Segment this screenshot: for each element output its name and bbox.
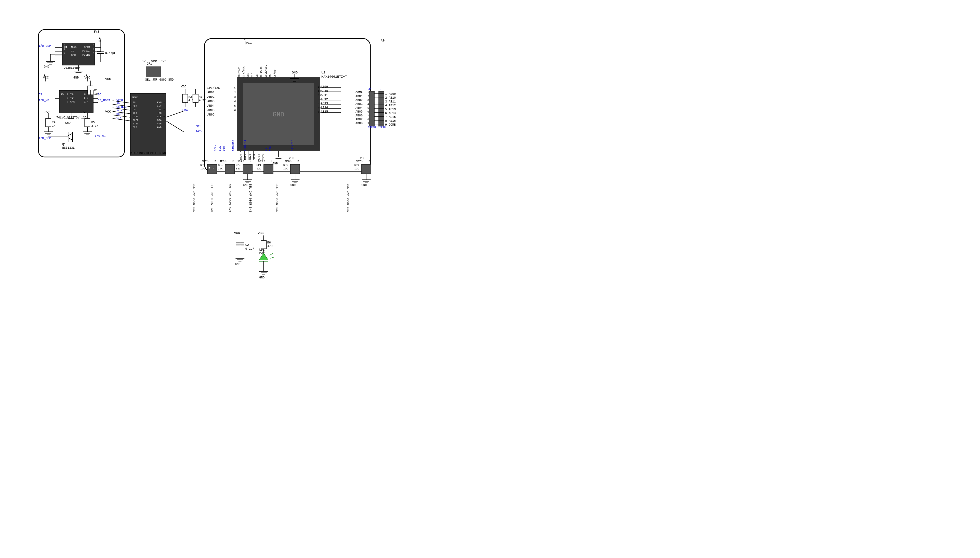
svg-text:I2C: I2C bbox=[354, 167, 359, 170]
svg-text:R2: R2 bbox=[189, 95, 192, 98]
svg-text:▲: ▲ bbox=[244, 38, 246, 41]
svg-text:GND: GND bbox=[272, 111, 284, 118]
svg-text:6: 6 bbox=[367, 110, 369, 113]
svg-text:9: 9 bbox=[367, 122, 369, 125]
svg-text:1: 1 bbox=[264, 159, 265, 162]
svg-text:Z: Z bbox=[84, 100, 86, 103]
svg-text:JP5: JP5 bbox=[258, 160, 263, 163]
svg-text:HCD: HCD bbox=[253, 154, 255, 159]
svg-text:I2C: I2C bbox=[256, 167, 262, 170]
svg-text:PIOB6: PIOB6 bbox=[82, 54, 90, 57]
svg-text:▲: ▲ bbox=[99, 37, 101, 40]
svg-text:4: 4 bbox=[234, 100, 236, 103]
svg-text:6: 6 bbox=[234, 109, 236, 112]
svg-text:N.C.: N.C. bbox=[71, 46, 78, 49]
svg-text:SPI/I2C: SPI/I2C bbox=[207, 87, 220, 90]
svg-text:AB02: AB02 bbox=[356, 98, 363, 102]
svg-rect-133 bbox=[193, 94, 198, 102]
svg-text:2: 2 bbox=[67, 97, 68, 99]
svg-text:6: 6 bbox=[93, 44, 94, 46]
svg-text:2: 2 bbox=[367, 95, 369, 98]
svg-text:SPI: SPI bbox=[354, 164, 359, 167]
svg-text:SEL JMP 0805 SMD: SEL JMP 0805 SMD bbox=[145, 78, 174, 82]
svg-text:VCC: VCC bbox=[246, 41, 252, 45]
svg-text:SCL: SCL bbox=[196, 125, 202, 128]
svg-text:VCC: VCC bbox=[105, 77, 111, 81]
svg-text:4: 4 bbox=[87, 100, 88, 103]
svg-text:18: 18 bbox=[318, 98, 321, 101]
svg-text:GND: GND bbox=[157, 126, 162, 128]
svg-text:Y0: Y0 bbox=[70, 97, 74, 100]
svg-text:AB15: AB15 bbox=[321, 110, 328, 113]
svg-text:JP7: JP7 bbox=[356, 160, 361, 163]
svg-text:6  AB14: 6 AB14 bbox=[385, 112, 396, 115]
svg-text:SPI: SPI bbox=[218, 164, 223, 167]
svg-rect-78 bbox=[85, 118, 90, 127]
svg-text:JP4: JP4 bbox=[237, 160, 242, 163]
svg-text:19: 19 bbox=[318, 94, 321, 97]
svg-text:1k: 1k bbox=[52, 125, 56, 128]
svg-text:R5: R5 bbox=[91, 121, 95, 124]
svg-text:3.3k: 3.3k bbox=[91, 125, 98, 128]
svg-text:SEL JMP 0805 SNS: SEL JMP 0805 SNS bbox=[249, 184, 252, 212]
svg-rect-317 bbox=[261, 241, 266, 249]
svg-text:I2C: I2C bbox=[251, 72, 254, 77]
svg-text:4  AB12: 4 AB12 bbox=[385, 104, 396, 107]
svg-text:2: 2 bbox=[250, 159, 251, 162]
svg-text:5  AB13: 5 AB13 bbox=[385, 108, 396, 111]
svg-text:2: 2 bbox=[232, 159, 234, 162]
svg-text:SCK: SCK bbox=[218, 146, 222, 151]
svg-text:CS/A0: CS/A0 bbox=[273, 70, 276, 77]
svg-text:SD: SD bbox=[269, 74, 272, 77]
svg-text:IO: IO bbox=[71, 50, 74, 53]
svg-text:5V: 5V bbox=[182, 85, 186, 88]
svg-text:CIPO: CIPO bbox=[133, 115, 138, 118]
svg-text:VCC: VCC bbox=[151, 59, 157, 63]
svg-text:470: 470 bbox=[267, 245, 272, 248]
svg-text:9  COMB: 9 COMB bbox=[385, 123, 396, 126]
svg-text:AB07: AB07 bbox=[239, 154, 242, 161]
svg-text:AB04: AB04 bbox=[356, 106, 363, 110]
svg-text:GND: GND bbox=[70, 100, 75, 103]
svg-text:VCC: VCC bbox=[234, 231, 240, 235]
svg-text:+5V: +5V bbox=[157, 122, 162, 125]
svg-text:DIN: DIN bbox=[223, 146, 225, 151]
svg-text:S: S bbox=[84, 93, 85, 96]
svg-text:1: 1 bbox=[234, 87, 236, 90]
svg-text:1: 1 bbox=[367, 91, 369, 94]
svg-rect-265 bbox=[264, 164, 273, 174]
svg-rect-237 bbox=[207, 164, 217, 174]
svg-text:2: 2 bbox=[297, 159, 299, 162]
svg-text:MIX10: MIX10 bbox=[368, 126, 376, 129]
svg-text:GND: GND bbox=[291, 184, 295, 187]
svg-text:LD1: LD1 bbox=[259, 248, 264, 251]
svg-text:DIN/SDA: DIN/SDA bbox=[242, 66, 245, 77]
svg-text:AB01: AB01 bbox=[207, 91, 215, 94]
svg-text:AN: AN bbox=[133, 101, 136, 103]
svg-text:20: 20 bbox=[318, 90, 321, 92]
svg-text:CS: CS bbox=[256, 74, 259, 77]
svg-text:AB13: AB13 bbox=[321, 102, 328, 105]
svg-text:1  AB09: 1 AB09 bbox=[385, 92, 396, 96]
svg-text:SPI: SPI bbox=[200, 164, 205, 167]
svg-text:AB10: AB10 bbox=[321, 89, 328, 93]
svg-text:SCLK: SCLK bbox=[214, 144, 217, 151]
svg-text:16: 16 bbox=[318, 106, 321, 109]
svg-text:JP6: JP6 bbox=[284, 160, 290, 163]
svg-text:SEL JMP 0805 SNS: SEL JMP 0805 SNS bbox=[210, 184, 213, 212]
svg-text:SEL JMP 0805 SNS: SEL JMP 0805 SNS bbox=[192, 184, 195, 212]
svg-text:AB06: AB06 bbox=[207, 113, 215, 117]
svg-text:2: 2 bbox=[369, 159, 370, 162]
svg-text:3  AB11: 3 AB11 bbox=[385, 100, 396, 103]
svg-text:RX: RX bbox=[159, 112, 161, 114]
svg-text:A0: A0 bbox=[381, 39, 384, 43]
svg-text:5: 5 bbox=[93, 48, 94, 50]
svg-text:AB09: AB09 bbox=[321, 85, 328, 89]
svg-text:I2C: I2C bbox=[283, 167, 288, 170]
svg-text:AB03: AB03 bbox=[207, 100, 215, 103]
svg-text:GND: GND bbox=[243, 184, 248, 187]
svg-text:Y1: Y1 bbox=[70, 93, 74, 96]
svg-text:MAX14661ETI+T: MAX14661ETI+T bbox=[322, 75, 347, 79]
svg-text:AB05: AB05 bbox=[207, 109, 215, 112]
svg-text:PWM: PWM bbox=[157, 101, 162, 103]
